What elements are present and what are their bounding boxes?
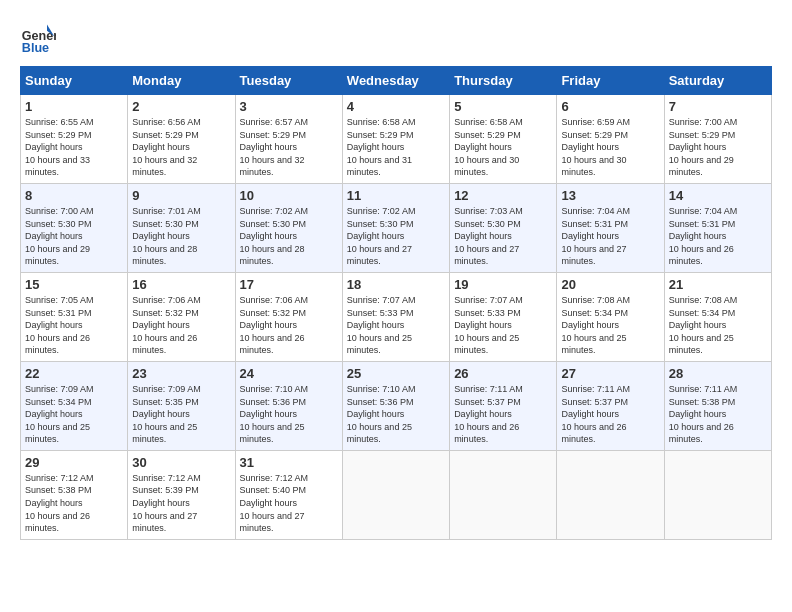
day-info: Sunrise: 7:08 AM Sunset: 5:34 PM Dayligh…: [669, 294, 767, 357]
day-info: Sunrise: 7:12 AM Sunset: 5:40 PM Dayligh…: [240, 472, 338, 535]
calendar-cell: 18 Sunrise: 7:07 AM Sunset: 5:33 PM Dayl…: [342, 272, 449, 361]
weekday-header-wednesday: Wednesday: [342, 67, 449, 95]
calendar-cell: 1 Sunrise: 6:55 AM Sunset: 5:29 PM Dayli…: [21, 95, 128, 184]
day-number: 10: [240, 188, 338, 203]
calendar-cell: 8 Sunrise: 7:00 AM Sunset: 5:30 PM Dayli…: [21, 183, 128, 272]
calendar-cell: 9 Sunrise: 7:01 AM Sunset: 5:30 PM Dayli…: [128, 183, 235, 272]
day-number: 13: [561, 188, 659, 203]
calendar-cell: 11 Sunrise: 7:02 AM Sunset: 5:30 PM Dayl…: [342, 183, 449, 272]
calendar-cell: 15 Sunrise: 7:05 AM Sunset: 5:31 PM Dayl…: [21, 272, 128, 361]
calendar-table: SundayMondayTuesdayWednesdayThursdayFrid…: [20, 66, 772, 540]
day-info: Sunrise: 7:03 AM Sunset: 5:30 PM Dayligh…: [454, 205, 552, 268]
calendar-cell: 25 Sunrise: 7:10 AM Sunset: 5:36 PM Dayl…: [342, 361, 449, 450]
day-info: Sunrise: 7:00 AM Sunset: 5:30 PM Dayligh…: [25, 205, 123, 268]
weekday-header-row: SundayMondayTuesdayWednesdayThursdayFrid…: [21, 67, 772, 95]
day-info: Sunrise: 6:59 AM Sunset: 5:29 PM Dayligh…: [561, 116, 659, 179]
weekday-header-monday: Monday: [128, 67, 235, 95]
day-number: 9: [132, 188, 230, 203]
day-number: 11: [347, 188, 445, 203]
day-info: Sunrise: 7:11 AM Sunset: 5:38 PM Dayligh…: [669, 383, 767, 446]
page-header: General Blue: [20, 20, 772, 56]
day-info: Sunrise: 7:02 AM Sunset: 5:30 PM Dayligh…: [347, 205, 445, 268]
calendar-week-2: 8 Sunrise: 7:00 AM Sunset: 5:30 PM Dayli…: [21, 183, 772, 272]
calendar-cell: 28 Sunrise: 7:11 AM Sunset: 5:38 PM Dayl…: [664, 361, 771, 450]
weekday-header-thursday: Thursday: [450, 67, 557, 95]
logo-icon: General Blue: [20, 20, 56, 56]
calendar-cell: 5 Sunrise: 6:58 AM Sunset: 5:29 PM Dayli…: [450, 95, 557, 184]
day-number: 12: [454, 188, 552, 203]
calendar-cell: 23 Sunrise: 7:09 AM Sunset: 5:35 PM Dayl…: [128, 361, 235, 450]
day-number: 28: [669, 366, 767, 381]
calendar-cell: 7 Sunrise: 7:00 AM Sunset: 5:29 PM Dayli…: [664, 95, 771, 184]
day-number: 30: [132, 455, 230, 470]
day-info: Sunrise: 7:07 AM Sunset: 5:33 PM Dayligh…: [454, 294, 552, 357]
calendar-cell: 27 Sunrise: 7:11 AM Sunset: 5:37 PM Dayl…: [557, 361, 664, 450]
day-number: 2: [132, 99, 230, 114]
weekday-header-tuesday: Tuesday: [235, 67, 342, 95]
day-number: 25: [347, 366, 445, 381]
calendar-cell: 16 Sunrise: 7:06 AM Sunset: 5:32 PM Dayl…: [128, 272, 235, 361]
day-info: Sunrise: 7:04 AM Sunset: 5:31 PM Dayligh…: [669, 205, 767, 268]
svg-text:Blue: Blue: [22, 41, 49, 55]
calendar-cell: 10 Sunrise: 7:02 AM Sunset: 5:30 PM Dayl…: [235, 183, 342, 272]
day-number: 17: [240, 277, 338, 292]
day-number: 4: [347, 99, 445, 114]
calendar-body: 1 Sunrise: 6:55 AM Sunset: 5:29 PM Dayli…: [21, 95, 772, 540]
day-number: 1: [25, 99, 123, 114]
calendar-cell: 24 Sunrise: 7:10 AM Sunset: 5:36 PM Dayl…: [235, 361, 342, 450]
weekday-header-friday: Friday: [557, 67, 664, 95]
logo: General Blue: [20, 20, 60, 56]
day-number: 18: [347, 277, 445, 292]
day-number: 22: [25, 366, 123, 381]
calendar-cell: [664, 450, 771, 539]
day-info: Sunrise: 6:58 AM Sunset: 5:29 PM Dayligh…: [347, 116, 445, 179]
calendar-week-4: 22 Sunrise: 7:09 AM Sunset: 5:34 PM Dayl…: [21, 361, 772, 450]
day-info: Sunrise: 7:10 AM Sunset: 5:36 PM Dayligh…: [240, 383, 338, 446]
day-info: Sunrise: 6:57 AM Sunset: 5:29 PM Dayligh…: [240, 116, 338, 179]
day-number: 31: [240, 455, 338, 470]
day-number: 27: [561, 366, 659, 381]
calendar-cell: 2 Sunrise: 6:56 AM Sunset: 5:29 PM Dayli…: [128, 95, 235, 184]
calendar-cell: 26 Sunrise: 7:11 AM Sunset: 5:37 PM Dayl…: [450, 361, 557, 450]
calendar-week-5: 29 Sunrise: 7:12 AM Sunset: 5:38 PM Dayl…: [21, 450, 772, 539]
day-number: 8: [25, 188, 123, 203]
day-number: 29: [25, 455, 123, 470]
calendar-cell: 19 Sunrise: 7:07 AM Sunset: 5:33 PM Dayl…: [450, 272, 557, 361]
day-info: Sunrise: 7:07 AM Sunset: 5:33 PM Dayligh…: [347, 294, 445, 357]
calendar-week-3: 15 Sunrise: 7:05 AM Sunset: 5:31 PM Dayl…: [21, 272, 772, 361]
day-number: 20: [561, 277, 659, 292]
calendar-cell: 13 Sunrise: 7:04 AM Sunset: 5:31 PM Dayl…: [557, 183, 664, 272]
calendar-cell: [557, 450, 664, 539]
day-number: 6: [561, 99, 659, 114]
day-info: Sunrise: 7:11 AM Sunset: 5:37 PM Dayligh…: [561, 383, 659, 446]
day-number: 26: [454, 366, 552, 381]
day-info: Sunrise: 7:02 AM Sunset: 5:30 PM Dayligh…: [240, 205, 338, 268]
day-info: Sunrise: 7:08 AM Sunset: 5:34 PM Dayligh…: [561, 294, 659, 357]
day-number: 24: [240, 366, 338, 381]
day-number: 7: [669, 99, 767, 114]
weekday-header-sunday: Sunday: [21, 67, 128, 95]
day-number: 5: [454, 99, 552, 114]
calendar-cell: 22 Sunrise: 7:09 AM Sunset: 5:34 PM Dayl…: [21, 361, 128, 450]
day-info: Sunrise: 7:04 AM Sunset: 5:31 PM Dayligh…: [561, 205, 659, 268]
day-info: Sunrise: 7:06 AM Sunset: 5:32 PM Dayligh…: [132, 294, 230, 357]
day-info: Sunrise: 6:55 AM Sunset: 5:29 PM Dayligh…: [25, 116, 123, 179]
calendar-cell: 4 Sunrise: 6:58 AM Sunset: 5:29 PM Dayli…: [342, 95, 449, 184]
calendar-cell: 21 Sunrise: 7:08 AM Sunset: 5:34 PM Dayl…: [664, 272, 771, 361]
day-info: Sunrise: 7:10 AM Sunset: 5:36 PM Dayligh…: [347, 383, 445, 446]
calendar-cell: [342, 450, 449, 539]
day-info: Sunrise: 7:06 AM Sunset: 5:32 PM Dayligh…: [240, 294, 338, 357]
calendar-cell: 17 Sunrise: 7:06 AM Sunset: 5:32 PM Dayl…: [235, 272, 342, 361]
calendar-cell: [450, 450, 557, 539]
day-info: Sunrise: 7:09 AM Sunset: 5:35 PM Dayligh…: [132, 383, 230, 446]
day-info: Sunrise: 7:00 AM Sunset: 5:29 PM Dayligh…: [669, 116, 767, 179]
day-number: 14: [669, 188, 767, 203]
day-info: Sunrise: 7:09 AM Sunset: 5:34 PM Dayligh…: [25, 383, 123, 446]
day-number: 23: [132, 366, 230, 381]
calendar-cell: 14 Sunrise: 7:04 AM Sunset: 5:31 PM Dayl…: [664, 183, 771, 272]
day-info: Sunrise: 7:05 AM Sunset: 5:31 PM Dayligh…: [25, 294, 123, 357]
calendar-cell: 6 Sunrise: 6:59 AM Sunset: 5:29 PM Dayli…: [557, 95, 664, 184]
day-info: Sunrise: 7:11 AM Sunset: 5:37 PM Dayligh…: [454, 383, 552, 446]
day-number: 19: [454, 277, 552, 292]
day-number: 3: [240, 99, 338, 114]
